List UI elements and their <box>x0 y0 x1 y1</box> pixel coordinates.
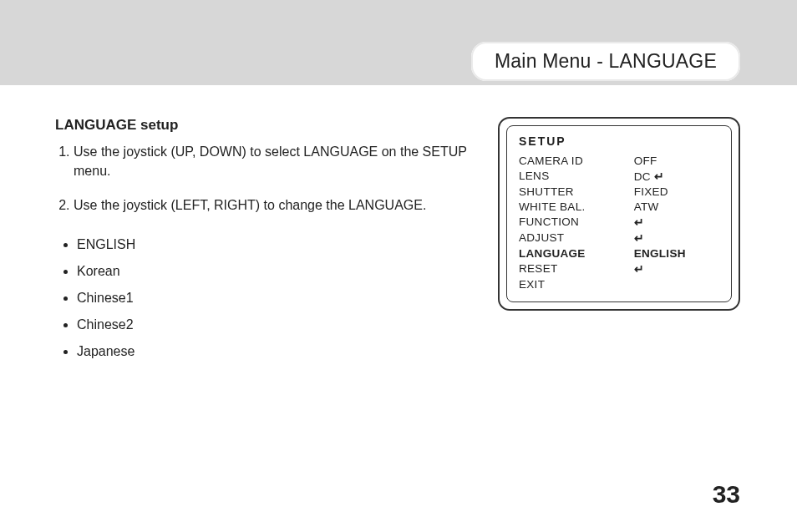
step-item: Use the joystick (UP, DOWN) to select LA… <box>74 142 500 180</box>
osd-inner: SETUP CAMERA IDOFFLENSDC ↵SHUTTERFIXEDWH… <box>506 125 732 302</box>
osd-title: SETUP <box>519 134 719 148</box>
osd-row-value: DC ↵ <box>619 168 719 184</box>
enter-icon: ↵ <box>654 170 664 183</box>
osd-row-label: CAMERA ID <box>519 153 619 168</box>
osd-table: CAMERA IDOFFLENSDC ↵SHUTTERFIXEDWHITE BA… <box>519 153 719 291</box>
osd-row-value: OFF <box>619 153 719 168</box>
step-item: Use the joystick (LEFT, RIGHT) to change… <box>74 195 500 215</box>
page-title-pill: Main Menu - LANGUAGE <box>471 42 740 81</box>
language-item: Chinese2 <box>77 317 740 332</box>
osd-row: FUNCTION↵ <box>519 214 719 230</box>
osd-row-label: FUNCTION <box>519 214 619 230</box>
osd-row: RESET↵ <box>519 261 719 276</box>
osd-row-value <box>619 276 719 291</box>
osd-row: ADJUST↵ <box>519 230 719 246</box>
osd-row-label: EXIT <box>519 276 619 291</box>
osd-row-value: ↵ <box>619 214 719 230</box>
osd-row: EXIT <box>519 276 719 291</box>
osd-row-value: ENGLISH <box>619 246 719 261</box>
osd-row-label: RESET <box>519 261 619 276</box>
osd-row-label: LANGUAGE <box>519 246 619 261</box>
header-band: Main Menu - LANGUAGE <box>0 0 797 85</box>
osd-row: SHUTTERFIXED <box>519 184 719 199</box>
language-item: Japanese <box>77 344 740 359</box>
osd-panel: SETUP CAMERA IDOFFLENSDC ↵SHUTTERFIXEDWH… <box>498 117 740 311</box>
osd-row: LANGUAGEENGLISH <box>519 246 719 261</box>
osd-row-label: LENS <box>519 168 619 184</box>
steps-list: Use the joystick (UP, DOWN) to select LA… <box>55 142 500 215</box>
enter-icon: ↵ <box>634 262 644 276</box>
osd-row-label: SHUTTER <box>519 184 619 199</box>
osd-row-value: ↵ <box>619 261 719 276</box>
osd-row-value: ATW <box>619 199 719 214</box>
page-number: 33 <box>713 480 740 509</box>
page-title: Main Menu - LANGUAGE <box>495 50 717 72</box>
enter-icon: ↵ <box>634 215 644 229</box>
osd-row-value: ↵ <box>619 230 719 246</box>
osd-row-label: WHITE BAL. <box>519 199 619 214</box>
enter-icon: ↵ <box>634 231 644 245</box>
osd-row: WHITE BAL.ATW <box>519 199 719 214</box>
osd-row: LENSDC ↵ <box>519 168 719 184</box>
osd-row-value: FIXED <box>619 184 719 199</box>
osd-row: CAMERA IDOFF <box>519 153 719 168</box>
osd-row-label: ADJUST <box>519 230 619 246</box>
